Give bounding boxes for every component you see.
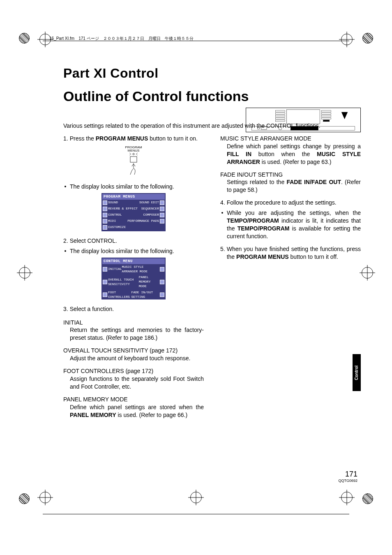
step-2: 2. Select CONTROL. (63, 237, 204, 245)
crop-disc-tr (362, 33, 373, 44)
func-fio: FADE IN/OUT SETTING Settings related to … (220, 171, 361, 194)
s2-l1: OVERALL TOUCH SENSITIVITY (108, 278, 139, 287)
display-note-2: • The display looks similar to the follo… (63, 247, 204, 255)
crop-disc-bl (19, 493, 30, 504)
program-menus-button-illustration: PROGRAM MENUS (121, 146, 146, 177)
s1-l3: MIDI (108, 219, 116, 223)
s4b-b1: TEMPO/PROGRAM (227, 217, 279, 224)
step-5-bold: PROGRAM MENUS (236, 253, 289, 260)
right-column: MUSIC STYLE ARRANGER MODE Define which p… (220, 135, 361, 424)
svg-rect-23 (130, 157, 137, 162)
func-foot-title: FOOT CONTROLLERS (page 172) (63, 367, 204, 375)
func-msam-a: Define which panel settings change by pr… (227, 143, 361, 150)
svg-line-19 (129, 153, 131, 154)
func-initial: INITIAL Return the settings and memories… (63, 319, 204, 342)
func-pmm: PANEL MEMORY MODE Define which panel set… (63, 396, 204, 419)
step-4-text: Follow the procedure to adjust the setti… (227, 199, 361, 207)
s2-l2: FOOT CONTROLLERS (108, 290, 131, 299)
step-1: 1. Press the PROGRAM MENUS button to tur… (63, 135, 204, 143)
func-msam-b1: FILL IN (227, 151, 251, 157)
display-note-2-text: The display looks similar to the followi… (70, 247, 204, 255)
left-column: 1. Press the PROGRAM MENUS button to tur… (63, 135, 204, 424)
func-ots-body: Adjust the amount of keyboard touch resp… (63, 355, 204, 362)
part-title: Part XI Control (63, 66, 361, 81)
bullet-dot: • (63, 183, 67, 191)
reg-mark-center (190, 492, 202, 503)
reg-mark-tr (341, 34, 353, 45)
reg-mark-right (362, 267, 373, 279)
intro-text: Various settings related to the operatio… (63, 122, 361, 129)
s1-r2: COMPOSER (143, 213, 159, 217)
s1-l4: CUSTOMIZE (108, 225, 126, 230)
reg-mark-br (341, 492, 353, 503)
func-ots: OVERALL TOUCH SENSITIVITY (page 172) Adj… (63, 347, 204, 362)
doc-code: QQTG0692 (338, 479, 357, 483)
svg-line-22 (136, 154, 138, 155)
display-note-1-text: The display looks similar to the followi… (70, 183, 204, 191)
func-pmm-a: Define which panel settings are stored w… (70, 404, 204, 410)
svg-line-21 (129, 154, 131, 155)
s4b-a: While you are adjusting the settings, wh… (227, 210, 361, 216)
step-5-num: 5. (220, 245, 225, 261)
display-note-1: • The display looks similar to the follo… (63, 183, 204, 191)
func-msam-title: MUSIC STYLE ARRANGER MODE (220, 135, 361, 143)
step-2-num: 2. (63, 237, 68, 245)
bullet-dot-3: • (220, 209, 224, 240)
crop-disc-br (362, 493, 373, 504)
svg-point-18 (133, 153, 134, 155)
side-tab-label: Control (355, 365, 359, 380)
svg-line-20 (136, 153, 138, 154)
s2-r1: PANEL MEMORY MODE (139, 275, 159, 288)
step-4-num: 4. (220, 199, 225, 207)
s1-l2: CONTROL (108, 213, 122, 217)
step-3: 3. Select a function. (63, 305, 204, 313)
s2-r2: FADE IN/OUT SETTING (131, 290, 159, 299)
reg-mark-left (19, 267, 30, 279)
func-initial-title: INITIAL (63, 319, 204, 327)
screen1-title: PROGRAM MENUS (102, 194, 165, 200)
s1-r0: SOUND EDIT (139, 200, 159, 205)
step-1-text-a: Press the (70, 135, 96, 142)
step-5: 5. When you have finished setting the fu… (220, 245, 361, 261)
func-ots-title: OVERALL TOUCH SENSITIVITY (page 172) (63, 347, 204, 355)
func-pmm-title: PANEL MEMORY MODE (63, 396, 204, 403)
control-menu-screen: CONTROL MENU INITIALMUSIC STYLE ARRANGER… (101, 258, 166, 299)
func-msam-c: is used. (Refer to page 63.) (260, 159, 332, 165)
step-1-bold: PROGRAM MENUS (96, 135, 148, 142)
func-foot: FOOT CONTROLLERS (page 172) Assign funct… (63, 367, 204, 391)
step-2-text: Select CONTROL. (70, 237, 204, 245)
func-pmm-bold: PANEL MEMORY (70, 412, 116, 418)
screen2-title: CONTROL MENU (102, 258, 165, 264)
program-menus-screen: PROGRAM MENUS SOUNDSOUND EDIT REVERB & E… (101, 193, 166, 231)
s4b-b2: TEMPO/PROGRAM (238, 225, 290, 232)
func-foot-body: Assign functions to the separately sold … (63, 375, 204, 391)
step-3-num: 3. (63, 305, 68, 313)
bottom-crop-line (43, 514, 349, 514)
step-5-b: button to turn it off. (289, 253, 338, 260)
crop-disc-tl (19, 33, 30, 44)
reg-mark-bl (39, 492, 51, 503)
s1-l1: REVERB & EFFECT (108, 207, 138, 211)
s2-l0: INITIAL (108, 267, 122, 272)
section-title: Outline of Control functions (63, 88, 361, 104)
page-footer: 171 QQTG0692 (338, 470, 357, 483)
s1-l0: SOUND (108, 200, 118, 205)
step-4-bullet: • While you are adjusting the settings, … (220, 209, 361, 240)
func-msam-b: button when the (251, 151, 317, 157)
step-1-text-b: button to turn it on. (148, 135, 198, 142)
step-1-num: 1. (63, 135, 68, 143)
step-3-text: Select a function. (70, 305, 204, 313)
s1-r3: PERFORMANCE PADS (127, 219, 159, 223)
func-fio-a: Settings related to the (227, 179, 286, 185)
func-pmm-b: is used. (Refer to page 66.) (116, 412, 188, 418)
s2-r0: MUSIC STYLE ARRANGER MODE (122, 265, 159, 274)
bullet-dot-2: • (63, 247, 67, 255)
func-initial-body: Return the settings and memories to the … (63, 326, 204, 342)
func-fio-title: FADE IN/OUT SETTING (220, 171, 361, 179)
func-fio-bold: FADE IN/FADE OUT (286, 179, 341, 185)
header-filename: 16_Part XI.fm 171 ページ ２００３年１月２７日 月曜日 午後１… (49, 36, 194, 41)
side-tab-control: Control (353, 354, 361, 391)
step-4: 4. Follow the procedure to adjust the se… (220, 199, 361, 207)
page-number: 171 (338, 470, 357, 479)
s1-r1: SEQUENCER (141, 207, 159, 211)
